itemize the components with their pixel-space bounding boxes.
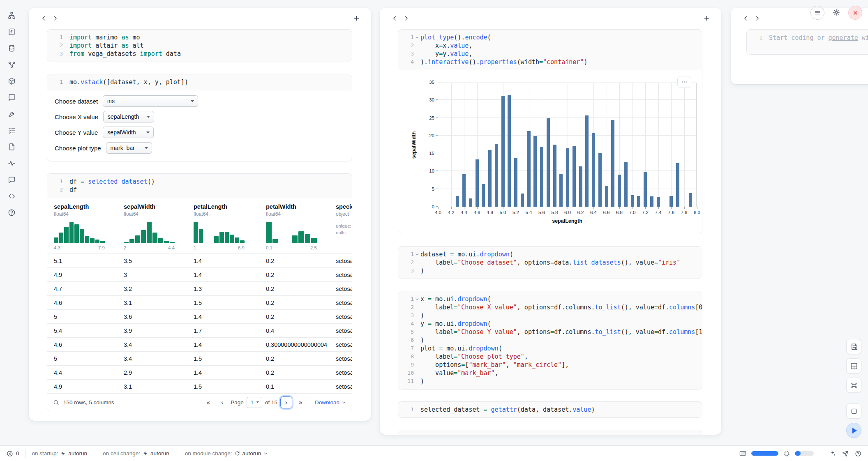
- tools-icon[interactable]: [6, 108, 17, 120]
- activity-icon[interactable]: [6, 158, 17, 169]
- layout-button[interactable]: [846, 358, 861, 373]
- autorun-config[interactable]: on cell change:autorun: [103, 450, 169, 456]
- table-cell: setosa: [329, 327, 352, 334]
- chart-bar: [540, 147, 543, 207]
- run-all-button[interactable]: [846, 423, 861, 438]
- y-tick-label: 15: [429, 151, 434, 156]
- prev-page-button[interactable]: ‹: [217, 397, 228, 408]
- histogram-range: 0.12.5: [266, 245, 317, 250]
- column-header[interactable]: petalLengthfloat6416.9: [187, 198, 259, 254]
- autorun-config[interactable]: on module change:autorun: [185, 450, 268, 456]
- column-header[interactable]: speciesobjectunique:nulls:: [329, 198, 352, 254]
- chart-actions-button[interactable]: [677, 76, 691, 88]
- last-page-button[interactable]: »: [295, 397, 306, 408]
- table-cell: 0.2: [259, 300, 329, 306]
- table-row[interactable]: 53.61.40.2setosa: [47, 309, 352, 323]
- network-icon[interactable]: [6, 59, 17, 70]
- code-editor[interactable]: 1df = selected_dataset()2df: [47, 174, 352, 198]
- dropdown-choose-x-value[interactable]: sepalLength: [103, 111, 154, 122]
- column-header[interactable]: sepalWidthfloat6424.4: [117, 198, 187, 254]
- add-cell-button[interactable]: [701, 12, 712, 24]
- code-line: 1df = selected_dataset(): [47, 177, 352, 186]
- column-header[interactable]: sepalLengthfloat644.37.9: [47, 198, 117, 254]
- column-next-button[interactable]: [49, 12, 61, 24]
- table-row[interactable]: 4.73.21.30.2setosa: [47, 281, 352, 295]
- code-editor[interactable]: 1plot_type = getattr(alt.Chart(df), plot…: [398, 430, 702, 435]
- book-icon[interactable]: [6, 92, 17, 103]
- column-prev-button[interactable]: [389, 12, 400, 24]
- code-line: 1Start coding or generate with AI: [747, 34, 868, 42]
- add-cell-button[interactable]: [351, 12, 362, 24]
- dropdown-choose-dataset[interactable]: iris: [103, 95, 198, 107]
- code-line: 1mo.vstack([dataset, x, y, plot]): [47, 78, 352, 86]
- help-icon[interactable]: [6, 207, 17, 218]
- histogram-range: 24.4: [124, 245, 175, 250]
- checklist-icon[interactable]: [6, 125, 17, 136]
- table-row[interactable]: 4.63.41.40.30000000000000004setosa: [47, 337, 352, 351]
- chat-icon[interactable]: [6, 174, 17, 185]
- fold-chevron-icon[interactable]: [414, 297, 420, 301]
- table-row[interactable]: 4.931.40.2setosa: [47, 267, 352, 281]
- code-icon[interactable]: [6, 191, 17, 202]
- save-button[interactable]: [846, 339, 861, 354]
- close-icon[interactable]: [848, 6, 862, 20]
- table-row[interactable]: 5.13.51.40.2setosa: [47, 254, 352, 267]
- gear-icon[interactable]: [830, 6, 843, 19]
- next-page-button[interactable]: ›: [280, 396, 292, 408]
- column-name: species: [336, 203, 352, 210]
- dropdown-choose-plot-type[interactable]: mark_bar: [106, 142, 152, 154]
- help-icon[interactable]: [855, 450, 861, 457]
- code-editor-placeholder[interactable]: 1Start coding or generate with AI: [747, 30, 868, 54]
- chart-bar: [573, 146, 576, 207]
- code-editor[interactable]: 1x = mo.ui.dropdown(2 label="Choose X va…: [398, 291, 702, 389]
- keyboard-icon[interactable]: [739, 450, 746, 457]
- column-toolbar: [380, 8, 721, 28]
- table-row[interactable]: 4.63.11.50.2setosa: [47, 295, 352, 309]
- column-header[interactable]: petalWidthfloat640.12.5: [259, 198, 329, 254]
- chip-icon[interactable]: [783, 450, 790, 457]
- column-next-button[interactable]: [751, 12, 763, 24]
- table-cell: 4.6: [47, 300, 117, 306]
- table-row[interactable]: 4.93.11.50.1setosa: [47, 379, 352, 393]
- send-feedback-icon[interactable]: [842, 450, 849, 457]
- code-editor[interactable]: 1selected_dataset = getattr(data, datase…: [398, 402, 702, 417]
- autorun-config[interactable]: on startup:autorun: [32, 450, 88, 456]
- search-icon[interactable]: [53, 399, 59, 406]
- download-button[interactable]: Download: [315, 399, 346, 406]
- column-prev-button[interactable]: [38, 12, 49, 24]
- menu-icon[interactable]: [810, 6, 824, 20]
- control-label: Choose X value: [55, 113, 98, 120]
- keyboard-shortcuts-button[interactable]: [846, 378, 861, 393]
- code-editor[interactable]: 1import marimo as mo2import altair as al…: [47, 30, 352, 62]
- column-next-button[interactable]: [400, 12, 412, 24]
- cell-dataset-dropdown: 1dataset = mo.ui.dropdown(2 label="Choos…: [398, 246, 702, 279]
- sparkle-icon[interactable]: [829, 450, 836, 457]
- fold-chevron-icon[interactable]: [414, 35, 420, 39]
- table-row[interactable]: 53.41.50.2setosa: [47, 351, 352, 365]
- table-cell: 5: [47, 313, 117, 320]
- code-editor[interactable]: 1dataset = mo.ui.dropdown(2 label="Choos…: [398, 247, 702, 279]
- package-icon[interactable]: [6, 76, 17, 87]
- x-tick-label: 4.0: [435, 210, 441, 215]
- document-icon[interactable]: [6, 141, 17, 152]
- table-row[interactable]: 5.43.91.70.4setosa: [47, 323, 352, 337]
- page-select[interactable]: 1: [247, 397, 262, 408]
- table-row[interactable]: 4.42.91.40.2setosa: [47, 365, 352, 379]
- code-editor[interactable]: 1plot_type().encode(2 x=x.value,3 y=y.va…: [398, 30, 702, 70]
- dropdown-choose-y-value[interactable]: sepalWidth: [103, 127, 154, 138]
- chart-bar: [482, 184, 485, 207]
- code-editor[interactable]: 1mo.vstack([dataset, x, y, plot]): [47, 74, 352, 90]
- table-cell: 5.4: [47, 327, 117, 334]
- file-function-icon[interactable]: [6, 26, 17, 37]
- sitemap-icon[interactable]: [6, 10, 17, 21]
- database-icon[interactable]: [6, 43, 17, 54]
- column-prev-button[interactable]: [740, 12, 751, 24]
- error-count[interactable]: 0: [7, 450, 19, 457]
- chart-bar: [592, 133, 595, 207]
- minimal-mode-button[interactable]: [846, 403, 861, 419]
- cell-imports: 1import marimo as mo2import altair as al…: [47, 29, 352, 62]
- first-page-button[interactable]: «: [203, 397, 214, 408]
- line-number: 1: [398, 434, 420, 435]
- fold-chevron-icon[interactable]: [414, 252, 420, 256]
- code-line: 3 y=y.value,: [398, 50, 702, 58]
